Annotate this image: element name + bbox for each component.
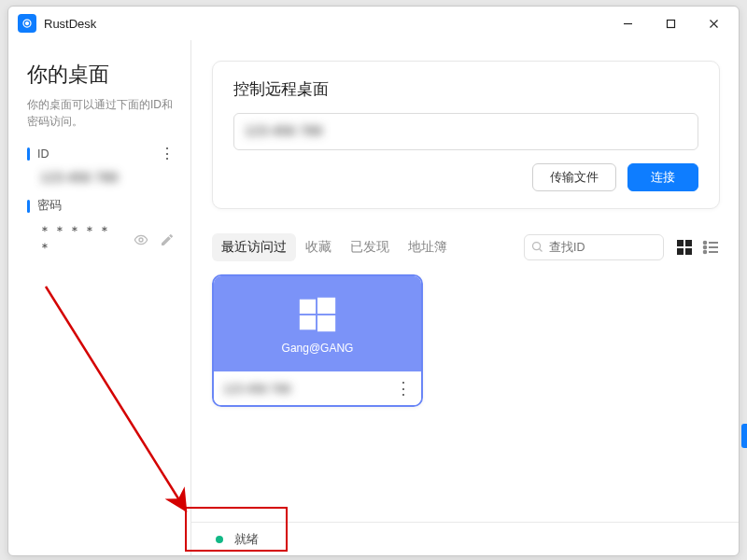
svg-point-13 [704, 242, 707, 245]
minimize-button[interactable] [606, 8, 649, 38]
svg-rect-20 [317, 298, 335, 314]
peer-name: Gang@GANG [282, 342, 354, 355]
id-value: 123 456 789 [27, 169, 176, 185]
peer-menu-button[interactable]: ⋮ [395, 378, 412, 399]
titlebar: RustDesk [8, 7, 739, 40]
svg-rect-9 [677, 240, 684, 246]
password-label: 密码 [37, 198, 62, 214]
svg-point-17 [704, 251, 707, 254]
close-button[interactable] [692, 8, 735, 38]
svg-rect-22 [317, 315, 335, 331]
svg-rect-12 [685, 248, 692, 255]
password-value: ＊＊＊＊＊＊ [38, 223, 123, 257]
svg-rect-21 [300, 315, 316, 329]
list-view-icon[interactable] [701, 238, 720, 257]
edge-accent [741, 424, 747, 448]
sidebar: 你的桌面 你的桌面可以通过下面的ID和密码访问。 ID ⋮ 123 456 78… [8, 40, 191, 555]
id-menu-button[interactable]: ⋮ [159, 147, 176, 161]
control-card: 控制远程桌面 123 456 789 传输文件 连接 [212, 61, 720, 209]
grid-view-icon[interactable] [675, 238, 694, 257]
svg-rect-3 [667, 20, 674, 27]
main-area: 控制远程桌面 123 456 789 传输文件 连接 最近访问过 收藏 已发现 … [191, 40, 739, 555]
tab-favorites[interactable]: 收藏 [296, 233, 341, 261]
status-text: 就绪 [234, 531, 259, 548]
tabs-row: 最近访问过 收藏 已发现 地址簿 [212, 233, 720, 261]
search-input[interactable] [524, 234, 664, 260]
search-wrap [524, 234, 664, 260]
transfer-file-button[interactable]: 传输文件 [532, 163, 616, 191]
tab-addressbook[interactable]: 地址簿 [399, 233, 457, 261]
status-dot-icon [216, 536, 223, 543]
svg-line-8 [540, 249, 543, 252]
app-icon [18, 14, 36, 33]
status-bar: 就绪 [191, 522, 739, 555]
svg-point-1 [26, 22, 29, 25]
svg-point-6 [139, 238, 143, 242]
app-title: RustDesk [44, 17, 96, 31]
peer-card[interactable]: Gang@GANG 123 456 789 ⋮ [212, 274, 423, 407]
svg-rect-10 [685, 240, 692, 246]
recents-grid: Gang@GANG 123 456 789 ⋮ [212, 274, 720, 407]
connect-button[interactable]: 连接 [627, 163, 698, 191]
sidebar-title: 你的桌面 [27, 61, 176, 89]
peer-thumbnail: Gang@GANG [214, 276, 421, 371]
tab-discovered[interactable]: 已发现 [341, 233, 399, 261]
remote-id-input[interactable] [233, 113, 698, 150]
tab-recent[interactable]: 最近访问过 [212, 233, 296, 261]
svg-point-15 [704, 246, 707, 249]
peer-id: 123 456 789 [223, 382, 395, 396]
id-block: ID ⋮ 123 456 789 [27, 147, 176, 185]
svg-rect-11 [677, 248, 684, 255]
password-block: 密码 ＊＊＊＊＊＊ [27, 198, 176, 257]
id-label: ID [37, 147, 49, 161]
sidebar-desc: 你的桌面可以通过下面的ID和密码访问。 [27, 96, 176, 130]
eye-icon[interactable] [133, 231, 149, 248]
search-icon [530, 240, 544, 254]
body: 你的桌面 你的桌面可以通过下面的ID和密码访问。 ID ⋮ 123 456 78… [8, 40, 739, 555]
accent-bar [27, 200, 30, 213]
svg-point-7 [533, 243, 541, 250]
windows-icon [296, 293, 339, 336]
control-title: 控制远程桌面 [233, 78, 698, 100]
app-window: RustDesk 你的桌面 你的桌面可以通过下面的ID和密码访问。 ID ⋮ 1… [7, 6, 740, 556]
svg-rect-19 [300, 300, 316, 314]
accent-bar [27, 147, 30, 161]
maximize-button[interactable] [649, 8, 692, 38]
edit-icon[interactable] [159, 231, 176, 248]
